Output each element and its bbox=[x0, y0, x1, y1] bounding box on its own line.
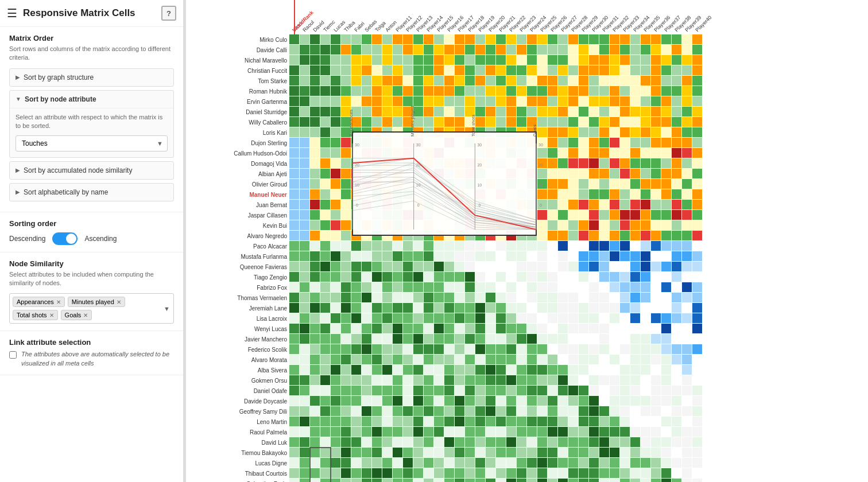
alphabetical-arrow: ▶ bbox=[16, 189, 20, 195]
link-attribute-row: The attributes above are automatically s… bbox=[9, 350, 174, 368]
tag-minutes-remove[interactable]: ✕ bbox=[117, 299, 121, 305]
main-content bbox=[186, 0, 868, 482]
app-header: ☰ Responsive Matrix Cells ? bbox=[0, 0, 183, 27]
sort-graph-structure-option: ▶ Sort by graph structure bbox=[9, 68, 174, 87]
tag-minutes-label: Minutes played bbox=[72, 298, 114, 305]
attribute-dropdown[interactable]: Touches Appearances Minutes played Total… bbox=[16, 135, 168, 151]
matrix-order-title: Matrix Order bbox=[9, 34, 174, 42]
sort-node-attribute-header[interactable]: ▼ Sort by node attribute bbox=[10, 91, 173, 108]
tag-total-shots: Total shots ✕ bbox=[13, 310, 58, 320]
sort-accumulated-label: Sort by accumulated node similarity bbox=[24, 166, 132, 174]
node-similarity-section: Node Similarity Select attributes to be … bbox=[0, 252, 183, 332]
link-attribute-title: Link attribute selection bbox=[9, 338, 174, 347]
accumulated-arrow: ▶ bbox=[16, 167, 20, 173]
sort-node-attribute-body: Select an attribute with respect to whic… bbox=[10, 108, 173, 157]
sorting-order-title: Sorting order bbox=[9, 219, 174, 228]
sorting-order-section: Sorting order Descending Ascending bbox=[0, 212, 183, 252]
sort-alphabetical-option: ▶ Sort alphabetically by name bbox=[9, 183, 174, 201]
link-attribute-section: Link attribute selection The attributes … bbox=[0, 331, 183, 375]
ascending-label: Ascending bbox=[84, 235, 117, 243]
matrix-visualization[interactable] bbox=[186, 0, 868, 482]
attribute-dropdown-wrapper: Touches Appearances Minutes played Total… bbox=[16, 135, 168, 151]
node-attribute-desc: Select an attribute with respect to whic… bbox=[16, 113, 168, 131]
tag-appearances: Appearances ✕ bbox=[13, 297, 65, 307]
tag-goals-remove[interactable]: ✕ bbox=[83, 312, 88, 318]
help-button[interactable]: ? bbox=[161, 6, 176, 21]
matrix-order-desc: Sort rows and columns of the matrix acco… bbox=[9, 45, 174, 63]
matrix-order-section: Matrix Order Sort rows and columns of th… bbox=[0, 27, 183, 212]
hamburger-icon[interactable]: ☰ bbox=[7, 6, 17, 20]
tag-container: Appearances ✕ Minutes played ✕ Total sho… bbox=[9, 293, 174, 324]
link-attribute-checkbox[interactable] bbox=[9, 351, 17, 359]
sort-accumulated-option: ▶ Sort by accumulated node similarity bbox=[9, 161, 174, 180]
sorting-order-row: Descending Ascending bbox=[9, 232, 174, 245]
tag-shots-label: Total shots bbox=[17, 312, 47, 318]
sort-alphabetical-label: Sort alphabetically by name bbox=[24, 188, 108, 196]
tag-appearances-remove[interactable]: ✕ bbox=[56, 299, 61, 305]
tag-dropdown-arrow-icon[interactable]: ▼ bbox=[164, 305, 170, 312]
app-title: Responsive Matrix Cells bbox=[23, 7, 135, 19]
sort-accumulated-header[interactable]: ▶ Sort by accumulated node similarity bbox=[10, 162, 173, 179]
sidebar: ☰ Responsive Matrix Cells ? Matrix Order… bbox=[0, 0, 184, 482]
descending-label: Descending bbox=[9, 235, 45, 243]
node-attribute-arrow: ▼ bbox=[16, 96, 21, 102]
sort-alphabetical-header[interactable]: ▶ Sort alphabetically by name bbox=[10, 184, 173, 201]
sort-graph-structure-label: Sort by graph structure bbox=[24, 73, 94, 81]
sort-node-attribute-option: ▼ Sort by node attribute Select an attri… bbox=[9, 90, 174, 158]
node-similarity-desc: Select attributes to be included when co… bbox=[9, 270, 174, 288]
sort-graph-structure-header[interactable]: ▶ Sort by graph structure bbox=[10, 69, 173, 86]
sort-node-attribute-label: Sort by node attribute bbox=[25, 95, 96, 103]
tag-shots-remove[interactable]: ✕ bbox=[49, 312, 54, 318]
tag-goals-label: Goals bbox=[65, 312, 82, 318]
node-similarity-title: Node Similarity bbox=[9, 259, 174, 268]
tag-appearances-label: Appearances bbox=[17, 298, 54, 305]
tag-goals: Goals ✕ bbox=[61, 310, 92, 320]
link-attribute-desc: The attributes above are automatically s… bbox=[21, 350, 174, 368]
sort-order-toggle[interactable] bbox=[52, 232, 78, 245]
graph-structure-arrow: ▶ bbox=[16, 74, 20, 80]
tag-minutes-played: Minutes played ✕ bbox=[68, 297, 125, 307]
